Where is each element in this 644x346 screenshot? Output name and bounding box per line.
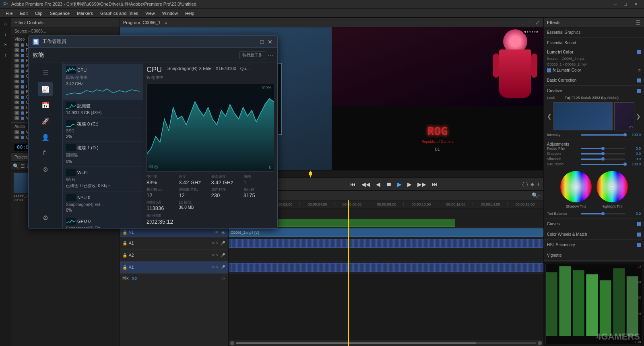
a1-clip[interactable] <box>229 239 543 248</box>
resource-disk1[interactable]: 磁碟 1 (D:) 固態碟 0% <box>63 142 143 167</box>
step-fwd-btn[interactable]: ▶ <box>406 180 413 188</box>
menu-help[interactable]: Help <box>182 10 198 16</box>
close-button[interactable]: ✕ <box>631 2 641 7</box>
project-search-icon[interactable]: 🔍 <box>13 163 19 169</box>
mark-in-icon[interactable]: { <box>522 181 524 187</box>
tint-balance-slider[interactable] <box>581 213 625 214</box>
sharpen-thumb[interactable] <box>601 152 605 155</box>
a1-mic-btn[interactable]: 🎤 <box>219 241 226 245</box>
prev-frame-btn[interactable]: ◀◀ <box>360 180 372 188</box>
a2-mic-btn[interactable]: 🎤 <box>219 253 226 257</box>
mark-7: 00:00:14:00 <box>473 202 507 206</box>
resource-disk0[interactable]: 磁碟 0 (C:) SSD 2% <box>63 118 143 142</box>
timeline-playhead[interactable] <box>348 200 349 346</box>
resource-npu[interactable]: NPU 0 Snapdragon(R) Elit... 0% <box>63 192 143 215</box>
tm-nav-performance[interactable]: 📈 <box>38 82 53 96</box>
maximize-monitor-icon[interactable]: ⤢ <box>535 19 540 26</box>
v1-sync-btn[interactable]: ◉ <box>221 230 226 235</box>
tm-nav-history[interactable]: 📅 <box>38 98 53 112</box>
stop-btn[interactable]: ⏹ <box>384 180 393 188</box>
faded-film-slider[interactable] <box>581 148 625 149</box>
lumetri-check[interactable] <box>637 50 641 54</box>
home-icon-btn[interactable]: ⌂ <box>1 19 10 28</box>
zoom-track[interactable] <box>236 342 536 344</box>
menu-window[interactable]: Window <box>159 10 181 16</box>
vibrance-slider[interactable] <box>581 159 625 160</box>
menu-view[interactable]: View <box>142 10 158 16</box>
tint-balance-thumb[interactable] <box>601 212 605 215</box>
step-back-btn[interactable]: ◀ <box>374 180 382 188</box>
shadow-tint-wheel[interactable] <box>560 171 592 203</box>
tm-maximize-btn[interactable]: □ <box>259 39 265 45</box>
export-icon[interactable]: ↑ <box>528 19 531 26</box>
curves-check[interactable] <box>637 222 641 226</box>
v1-eye-btn[interactable]: 👁 <box>214 230 219 235</box>
go-start-btn[interactable]: ⏮ <box>349 180 357 188</box>
menu-graphics[interactable]: Graphics and Titles <box>97 10 141 16</box>
intensity-slider[interactable] <box>581 134 625 136</box>
tm-close-btn[interactable]: ✕ <box>267 39 273 45</box>
menu-file[interactable]: File <box>2 10 16 16</box>
menu-sequence[interactable]: Sequence <box>47 10 73 16</box>
basic-correction-check[interactable] <box>637 78 641 82</box>
edit-icon-btn[interactable]: ✂ <box>1 40 10 49</box>
lumetri-reset-icon[interactable]: ↺ <box>638 68 641 72</box>
vibrance-thumb[interactable] <box>601 157 605 161</box>
highlight-tint-wheel[interactable] <box>596 171 628 203</box>
tl-zoom-out-btn[interactable]: 🔍- <box>530 192 541 199</box>
zoom-handle-left[interactable] <box>230 341 234 345</box>
a1t-clip[interactable] <box>229 263 543 272</box>
v1-lock-icon[interactable]: 🔒 <box>122 230 127 235</box>
intensity-thumb[interactable] <box>623 133 627 136</box>
resource-cpu[interactable]: CPU 83% 使用率 3.42 GHz <box>63 64 143 100</box>
add-marker-icon[interactable]: ◆ <box>530 181 534 187</box>
tm-run-new-btn[interactable]: 執行新工作 <box>239 51 265 59</box>
mark-out-icon[interactable]: } <box>526 181 528 187</box>
menu-markers[interactable]: Markers <box>74 10 96 16</box>
hsl-secondary-check[interactable] <box>637 243 641 247</box>
faded-film-thumb[interactable] <box>601 147 605 150</box>
lumetri-fx-check[interactable] <box>547 68 551 72</box>
creative-check[interactable] <box>637 89 641 93</box>
export-icon-btn[interactable]: ↑ <box>1 51 10 60</box>
menu-edit[interactable]: Edit <box>17 10 31 16</box>
vignette-header: Vignette <box>547 252 641 259</box>
v1-clip[interactable]: C0066_2.mp4 [V] <box>229 229 543 237</box>
go-end-btn[interactable]: ⏭ <box>430 180 439 188</box>
program-menu-icon[interactable]: ≡ <box>165 20 167 25</box>
mix-expand-btn[interactable]: ▷ <box>221 276 226 280</box>
menu-clip[interactable]: Clip <box>32 10 46 16</box>
tm-nav-home[interactable]: ☰ <box>38 66 53 80</box>
resource-wifi[interactable]: Wi-Fi Wi Fi 已傳送: 0 已接收: 0 Kbps <box>63 167 143 192</box>
a1t-mic-btn[interactable]: 🎤 <box>219 265 226 270</box>
import-icon-btn[interactable]: ↓ <box>1 30 10 39</box>
color-wheels-match-check[interactable] <box>637 233 641 237</box>
saturation-thumb[interactable] <box>623 163 627 166</box>
a2-lock-icon[interactable]: 🔒 <box>122 253 127 257</box>
saturation-row: Saturation 100.0 <box>547 162 641 166</box>
prev-look-btn[interactable]: ❮ <box>547 113 552 119</box>
tm-nav-services[interactable]: ⚙ <box>38 162 53 177</box>
tm-nav-details[interactable]: 🗒 <box>38 146 53 161</box>
a1t-lock-icon[interactable]: 🔒 <box>122 265 127 270</box>
next-look-btn[interactable]: ❯ <box>636 113 641 119</box>
saturation-slider[interactable] <box>581 164 625 165</box>
minimize-button[interactable]: ─ <box>611 2 620 7</box>
tm-nav-settings[interactable]: ⚙ <box>38 210 53 225</box>
tm-more-btn[interactable]: ⋯ <box>268 52 273 58</box>
import-icon[interactable]: ↓ <box>522 19 524 26</box>
tm-nav-users[interactable]: 👤 <box>38 130 53 144</box>
next-frame-btn[interactable]: ▶▶ <box>416 180 428 188</box>
maximize-button[interactable]: □ <box>621 2 630 7</box>
a1-lock-icon[interactable]: 🔒 <box>122 241 127 245</box>
resource-memory[interactable]: 記憶體 14.9/31.3 GB (48%) <box>63 100 143 118</box>
play-btn[interactable]: ▶ <box>396 180 403 188</box>
sharpen-slider[interactable] <box>581 153 625 154</box>
tm-minimize-btn[interactable]: ─ <box>251 39 257 45</box>
zoom-handle-right[interactable] <box>538 341 542 345</box>
tm-nav-startup[interactable]: 🚀 <box>38 114 53 128</box>
project-list-icon[interactable]: ☰ <box>21 163 25 169</box>
resource-gpu[interactable]: GPU 0 Snapdragon(R) Elit... 64% <box>63 215 143 228</box>
more-btn[interactable]: + <box>537 181 540 188</box>
effects-menu-icon[interactable]: ☰ <box>636 19 641 26</box>
